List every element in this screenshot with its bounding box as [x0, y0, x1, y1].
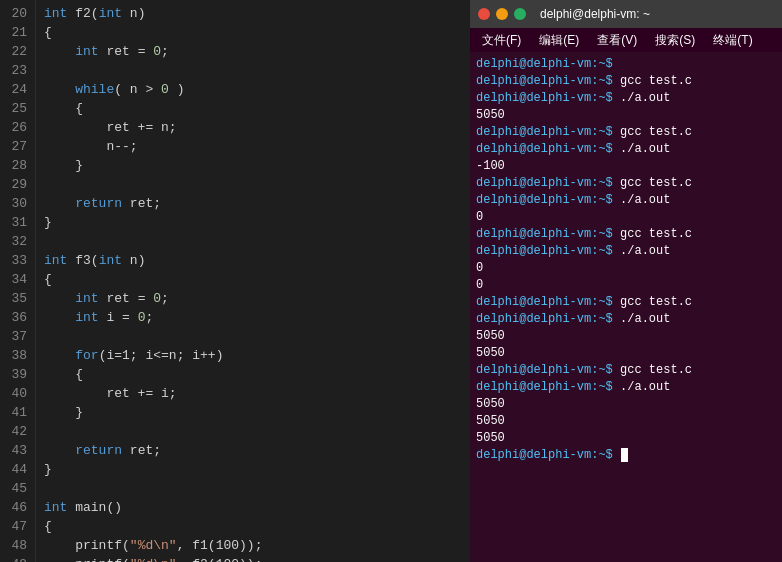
code-line — [44, 422, 462, 441]
token-plain: f3( — [67, 253, 98, 268]
command: ./a.out — [620, 91, 670, 105]
terminal-body[interactable]: delphi@delphi-vm:~$ delphi@delphi-vm:~$ … — [470, 52, 782, 562]
line-number: 42 — [4, 422, 27, 441]
token-num: 0 — [153, 44, 161, 59]
code-line: } — [44, 403, 462, 422]
menu-item[interactable]: 文件(F) — [474, 30, 529, 51]
line-number: 44 — [4, 460, 27, 479]
token-plain: , f1(100)); — [177, 538, 263, 553]
token-plain: n) — [122, 253, 145, 268]
command: gcc test.c — [620, 125, 692, 139]
token-plain: ret; — [122, 443, 161, 458]
line-number: 29 — [4, 175, 27, 194]
line-number: 46 — [4, 498, 27, 517]
token-plain: printf( — [44, 538, 130, 553]
command: gcc test.c — [620, 295, 692, 309]
minimize-btn[interactable] — [496, 8, 508, 20]
line-number: 28 — [4, 156, 27, 175]
line-number: 21 — [4, 23, 27, 42]
token-plain: printf( — [44, 557, 130, 562]
token-plain: ret += i; — [44, 386, 177, 401]
token-kw: int — [99, 6, 122, 21]
terminal-line: delphi@delphi-vm:~$ ./a.out — [476, 311, 776, 328]
terminal-line: delphi@delphi-vm:~$ ./a.out — [476, 141, 776, 158]
line-number: 38 — [4, 346, 27, 365]
code-line: printf("%d\n", f1(100)); — [44, 536, 462, 555]
terminal-titlebar: delphi@delphi-vm: ~ — [470, 0, 782, 28]
prompt: delphi@delphi-vm:~$ — [476, 244, 620, 258]
code-line — [44, 327, 462, 346]
prompt: delphi@delphi-vm:~$ — [476, 142, 620, 156]
token-plain: ret; — [122, 196, 161, 211]
line-number: 43 — [4, 441, 27, 460]
prompt: delphi@delphi-vm:~$ — [476, 312, 620, 326]
token-str: "%d\n" — [130, 538, 177, 553]
code-line: { — [44, 99, 462, 118]
code-line: { — [44, 365, 462, 384]
token-plain — [44, 310, 75, 325]
line-number: 47 — [4, 517, 27, 536]
close-btn[interactable] — [478, 8, 490, 20]
code-line: { — [44, 517, 462, 536]
code-line: int ret = 0; — [44, 289, 462, 308]
code-line: int i = 0; — [44, 308, 462, 327]
line-number: 20 — [4, 4, 27, 23]
code-line: { — [44, 23, 462, 42]
menu-item[interactable]: 搜索(S) — [647, 30, 703, 51]
token-kw: return — [75, 196, 122, 211]
line-number: 41 — [4, 403, 27, 422]
terminal-line: delphi@delphi-vm:~$ ./a.out — [476, 192, 776, 209]
token-plain — [44, 44, 75, 59]
code-line: } — [44, 460, 462, 479]
maximize-btn[interactable] — [514, 8, 526, 20]
token-num: 0 — [161, 82, 169, 97]
token-kw: int — [75, 44, 98, 59]
token-plain: ; — [161, 291, 169, 306]
token-plain: f2( — [67, 6, 98, 21]
prompt: delphi@delphi-vm:~$ — [476, 125, 620, 139]
code-line: printf("%d\n", f2(100)); — [44, 555, 462, 562]
terminal-line: delphi@delphi-vm:~$ gcc test.c — [476, 124, 776, 141]
menu-item[interactable]: 终端(T) — [705, 30, 760, 51]
prompt: delphi@delphi-vm:~$ — [476, 74, 620, 88]
token-plain — [44, 443, 75, 458]
menu-item[interactable]: 编辑(E) — [531, 30, 587, 51]
token-plain: , f2(100)); — [177, 557, 263, 562]
token-kw: int — [44, 6, 67, 21]
terminal-line: -100 — [476, 158, 776, 175]
terminal-line: 5050 — [476, 107, 776, 124]
token-plain: ret += n; — [44, 120, 177, 135]
code-line: int main() — [44, 498, 462, 517]
terminal-line: delphi@delphi-vm:~$ gcc test.c — [476, 226, 776, 243]
token-plain: n) — [122, 6, 145, 21]
token-plain: ( n > — [114, 82, 161, 97]
command: gcc test.c — [620, 363, 692, 377]
code-line: while( n > 0 ) — [44, 80, 462, 99]
terminal-line: delphi@delphi-vm:~$ ./a.out — [476, 90, 776, 107]
token-plain — [44, 348, 75, 363]
token-str: "%d\n" — [130, 557, 177, 562]
menu-item[interactable]: 查看(V) — [589, 30, 645, 51]
terminal-line: delphi@delphi-vm:~$ gcc test.c — [476, 294, 776, 311]
token-kw: return — [75, 443, 122, 458]
token-plain — [44, 82, 75, 97]
line-number: 27 — [4, 137, 27, 156]
code-line: int f3(int n) — [44, 251, 462, 270]
token-plain: (i=1; i<=n; i++) — [99, 348, 224, 363]
line-number: 36 — [4, 308, 27, 327]
code-line: } — [44, 156, 462, 175]
code-line — [44, 232, 462, 251]
token-kw: int — [44, 500, 67, 515]
terminal-line: 5050 — [476, 413, 776, 430]
prompt: delphi@delphi-vm:~$ — [476, 448, 620, 462]
terminal-line: 0 — [476, 277, 776, 294]
prompt: delphi@delphi-vm:~$ — [476, 363, 620, 377]
code-line: for(i=1; i<=n; i++) — [44, 346, 462, 365]
line-number: 23 — [4, 61, 27, 80]
code-line — [44, 479, 462, 498]
code-line — [44, 175, 462, 194]
line-numbers: 2021222324252627282930313233343536373839… — [0, 0, 36, 562]
line-number: 24 — [4, 80, 27, 99]
token-plain: { — [44, 272, 52, 287]
prompt: delphi@delphi-vm:~$ — [476, 295, 620, 309]
